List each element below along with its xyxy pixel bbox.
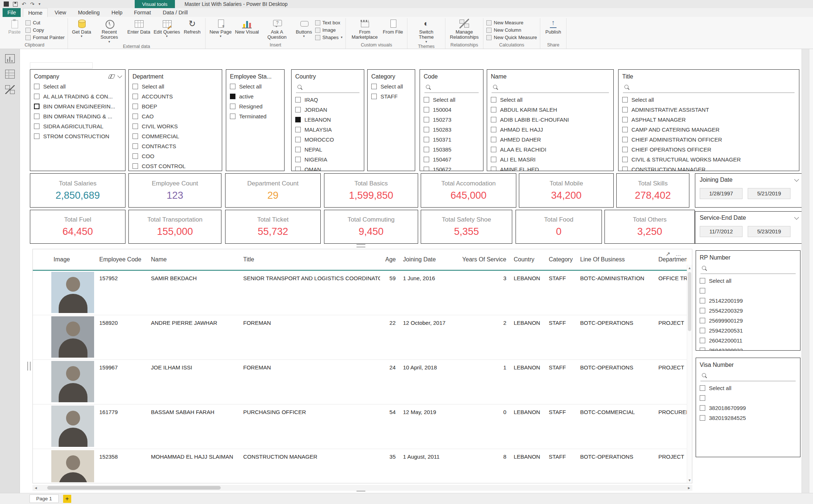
card-total-others[interactable]: Total Others 3,250 xyxy=(604,210,695,244)
date-start-input[interactable]: 11/7/2012 xyxy=(700,226,743,237)
ribbon-button[interactable]: Switch Theme ▾ xyxy=(410,18,442,44)
add-page-button[interactable]: + xyxy=(63,495,71,503)
contextual-tab[interactable]: Data / Drill xyxy=(158,8,193,17)
checkbox[interactable] xyxy=(132,163,138,169)
menu-tab[interactable]: Help xyxy=(107,8,127,17)
slicer-item[interactable]: active xyxy=(230,91,280,101)
slicer-item[interactable]: CAO xyxy=(132,111,218,121)
checkbox[interactable] xyxy=(491,107,496,112)
slicer-item[interactable]: MOROCCO xyxy=(295,135,360,145)
page-tab[interactable]: Page 1 xyxy=(30,494,59,503)
scrollbar-thumb[interactable] xyxy=(688,272,691,331)
checkbox[interactable] xyxy=(295,127,301,132)
slicer-item[interactable]: Select all xyxy=(34,81,121,91)
contextual-tab[interactable]: Format xyxy=(129,8,156,17)
table-row[interactable]: 158920 ANDRE PIERRE JAWHAR FOREMAN 22 12… xyxy=(33,315,692,360)
slicer-item[interactable]: ALI EL MASRI xyxy=(491,154,610,164)
ribbon-button[interactable]: Refresh ▾ xyxy=(182,18,202,35)
checkbox[interactable] xyxy=(34,133,39,139)
checkbox[interactable] xyxy=(424,97,429,102)
customize-toolbar-icon[interactable]: ▾ xyxy=(38,2,40,6)
slicer-item[interactable]: BOEP xyxy=(132,101,218,111)
checkbox[interactable] xyxy=(34,104,39,109)
slicer-search[interactable] xyxy=(492,82,609,93)
date-start-input[interactable]: 1/28/1997 xyxy=(700,188,743,199)
slicer-item[interactable]: BIN OMRAN ENGINEERIN... xyxy=(34,101,121,111)
checkbox[interactable] xyxy=(132,84,138,89)
checkbox[interactable] xyxy=(491,127,496,132)
table-row[interactable]: 159967 JOE ILHAM ISSI FOREMAN 24 10 Apri… xyxy=(33,360,692,404)
column-header-joining-date[interactable]: Joining Date xyxy=(398,256,457,263)
slicer-item[interactable]: ADMINISTRATIVE ASSISTANT xyxy=(622,105,795,115)
slicer-item[interactable]: CONSTRUCTION MANAGER xyxy=(622,164,795,171)
checkbox[interactable] xyxy=(491,157,496,162)
card-total-skills[interactable]: Total Skills 278,402 xyxy=(616,173,689,208)
slicer-item[interactable]: 26042200011 xyxy=(700,336,796,345)
chevron-down-icon[interactable] xyxy=(794,215,799,220)
chevron-down-icon[interactable] xyxy=(794,177,799,182)
menu-tab[interactable]: Home xyxy=(23,8,48,17)
ribbon-button[interactable]: New Visual ▾ xyxy=(234,18,260,35)
slicer-item[interactable] xyxy=(700,393,796,403)
checkbox[interactable] xyxy=(700,395,705,401)
column-header-years-of-service[interactable]: Years Of Service xyxy=(457,256,509,263)
slicer-item[interactable]: CHIEF ADMINISTRATION OFFICER xyxy=(622,135,795,145)
checkbox[interactable] xyxy=(491,117,496,122)
paste-button[interactable]: Paste xyxy=(4,18,24,35)
checkbox[interactable] xyxy=(295,157,301,162)
checkbox[interactable] xyxy=(132,143,138,149)
checkbox[interactable] xyxy=(424,147,429,152)
ribbon-item[interactable]: Cut xyxy=(25,20,65,25)
slicer-item[interactable]: ABDUL KARIM SALEH xyxy=(491,105,610,115)
column-header-age[interactable]: Age xyxy=(380,256,398,263)
visual-resize-handle-bottom[interactable] xyxy=(356,491,365,493)
column-header-name[interactable]: Name xyxy=(146,256,238,263)
ribbon-button[interactable]: From Marketplace xyxy=(349,18,380,40)
slicer-item[interactable] xyxy=(700,286,796,296)
checkbox[interactable] xyxy=(700,318,705,323)
slicer-item[interactable]: Select all xyxy=(424,95,479,105)
slicer-item[interactable]: 25142200199 xyxy=(700,296,796,306)
slicer-item[interactable]: STROM CONSTRUCTION xyxy=(34,131,121,141)
card-department-count[interactable]: Department Count 29 xyxy=(225,173,321,208)
checkbox[interactable] xyxy=(700,405,705,411)
card-total-commuting[interactable]: Total Commuting 9,450 xyxy=(324,210,418,244)
slicer-item[interactable]: BIN OMRAN TRADING & ... xyxy=(34,111,121,121)
model-view-icon[interactable] xyxy=(5,85,15,94)
ribbon-button[interactable]: Manage Relationships xyxy=(448,18,480,40)
clear-selections-icon[interactable] xyxy=(108,74,115,79)
card-employee-count[interactable]: Employee Count 123 xyxy=(128,173,221,208)
ribbon-button[interactable]: Ask A Question ▾ xyxy=(261,18,293,40)
checkbox[interactable] xyxy=(132,114,138,119)
checkbox[interactable] xyxy=(295,147,301,152)
checkbox[interactable] xyxy=(295,167,301,171)
checkbox[interactable] xyxy=(132,94,138,99)
slicer-item[interactable]: LEBANON xyxy=(295,115,360,125)
slicer-item[interactable]: COST CONTROL xyxy=(132,161,218,171)
checkbox[interactable] xyxy=(424,157,429,162)
checkbox[interactable] xyxy=(491,137,496,142)
scroll-down-icon[interactable]: ▾ xyxy=(687,478,692,482)
checkbox[interactable] xyxy=(230,104,235,109)
card-total-transportation[interactable]: Total Transportation 155,000 xyxy=(128,210,221,244)
checkbox[interactable] xyxy=(700,338,705,343)
ribbon-button[interactable]: Enter Data ▾ xyxy=(126,18,151,35)
slicer-item[interactable]: CIVIL & STRUCTURAL WORKS MANAGER xyxy=(622,154,795,164)
slicer-item[interactable]: AL ALIA TRADING & CON... xyxy=(34,91,121,101)
checkbox[interactable] xyxy=(424,117,429,122)
ribbon-button[interactable]: Publish xyxy=(543,18,563,35)
checkbox[interactable] xyxy=(622,137,628,142)
column-header-image[interactable]: Image xyxy=(39,256,94,263)
checkbox[interactable] xyxy=(700,278,705,284)
undo-icon[interactable]: ↶ xyxy=(22,1,26,7)
slicer-item[interactable]: 382019284525 xyxy=(700,413,796,423)
report-canvas[interactable]: Company Select all AL xyxy=(20,49,802,493)
scroll-right-icon[interactable]: ▸ xyxy=(686,485,692,491)
slicer-item[interactable]: CIVIL WORKS xyxy=(132,121,218,131)
menu-tab[interactable]: View xyxy=(50,8,71,17)
ribbon-item[interactable]: New Measure xyxy=(486,20,537,25)
slicer-search[interactable] xyxy=(700,370,796,381)
slicer-item[interactable]: Resigned xyxy=(230,101,280,111)
table-horizontal-scrollbar[interactable]: ◂ ▸ xyxy=(32,485,692,491)
slicer-item[interactable]: COMMERCIAL xyxy=(132,131,218,141)
